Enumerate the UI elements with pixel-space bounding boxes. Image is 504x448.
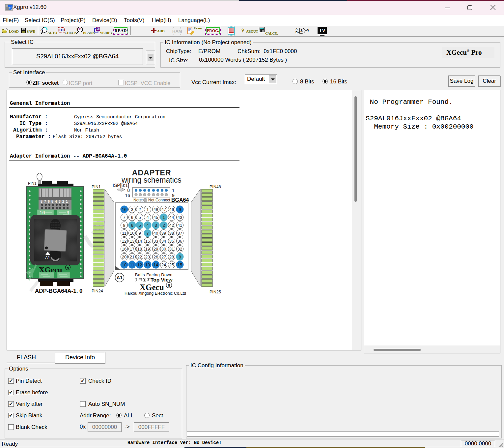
- svg-text:20: 20: [122, 254, 126, 259]
- svg-text:PIN25: PIN25: [210, 290, 221, 294]
- svg-text:16: 16: [125, 193, 130, 198]
- svg-text:?: ?: [241, 27, 244, 34]
- svg-text:10: 10: [130, 231, 134, 236]
- svg-text:11: 11: [130, 262, 134, 267]
- svg-text:1: 1: [66, 199, 68, 203]
- svg-text:16: 16: [40, 210, 45, 215]
- svg-text:1: 1: [172, 188, 175, 193]
- svg-text:32: 32: [178, 247, 182, 252]
- svg-text:36: 36: [178, 239, 182, 244]
- svg-text:R: R: [67, 266, 69, 269]
- svg-text:41: 41: [178, 223, 182, 228]
- svg-text:A1: A1: [117, 275, 123, 280]
- svg-text:3: 3: [154, 223, 157, 228]
- svg-text:3: 3: [59, 199, 61, 203]
- svg-text:A: A: [295, 27, 298, 31]
- svg-text:XGecu: XGecu: [140, 283, 164, 292]
- svg-text:31: 31: [169, 247, 174, 252]
- svg-text:2: 2: [62, 199, 64, 203]
- svg-text:27: 27: [161, 254, 166, 259]
- svg-text:7: 7: [123, 215, 125, 220]
- svg-text:6: 6: [131, 215, 133, 220]
- svg-text:48: 48: [154, 207, 158, 212]
- svg-text:12: 12: [137, 262, 142, 267]
- svg-text:13: 13: [130, 239, 134, 244]
- svg-text:46: 46: [169, 207, 174, 212]
- svg-text:4: 4: [146, 223, 149, 228]
- svg-text:26: 26: [154, 254, 158, 259]
- svg-text:PIN24: PIN24: [92, 289, 103, 293]
- svg-text:23: 23: [145, 254, 150, 259]
- svg-text:44: 44: [169, 215, 174, 220]
- svg-text:4: 4: [146, 215, 149, 220]
- svg-text:16: 16: [122, 247, 126, 252]
- svg-text:33: 33: [154, 239, 158, 244]
- svg-text:2: 2: [162, 223, 165, 228]
- svg-text:28: 28: [169, 254, 174, 259]
- svg-text:7: 7: [146, 231, 149, 236]
- svg-text:R: R: [168, 284, 170, 287]
- svg-text:45: 45: [154, 215, 158, 220]
- svg-text:12: 12: [122, 239, 126, 244]
- svg-text:ADP-BGA64A-1. 0: ADP-BGA64A-1. 0: [35, 288, 83, 294]
- svg-text:37: 37: [178, 231, 182, 236]
- svg-text:1: 1: [146, 207, 149, 212]
- svg-text:5: 5: [138, 223, 141, 228]
- svg-text:8: 8: [127, 188, 130, 193]
- svg-text:30: 30: [161, 247, 166, 252]
- svg-text:35: 35: [169, 239, 174, 244]
- svg-text:8: 8: [41, 199, 42, 203]
- svg-text:Haikou Xingong Electronic Co,L: Haikou Xingong Electronic Co,Ltd: [125, 291, 186, 296]
- svg-text:6: 6: [48, 199, 50, 203]
- svg-text:15: 15: [145, 239, 150, 244]
- svg-text:Balls Facing Down: Balls Facing Down: [135, 273, 173, 277]
- svg-text:13: 13: [145, 262, 150, 267]
- svg-text:ID: ID: [59, 28, 64, 32]
- svg-text:42: 42: [169, 223, 174, 228]
- svg-text:25: 25: [169, 262, 174, 267]
- svg-text:8: 8: [179, 254, 181, 259]
- svg-text:43: 43: [178, 215, 182, 220]
- svg-text:BGA64: BGA64: [171, 197, 189, 203]
- svg-text:47: 47: [161, 207, 166, 212]
- svg-text:5: 5: [51, 199, 53, 203]
- svg-text:FF: FF: [76, 27, 81, 31]
- svg-text:19: 19: [145, 247, 150, 252]
- svg-text:17: 17: [130, 247, 134, 252]
- svg-text:&: &: [300, 29, 303, 33]
- svg-text:A1: A1: [45, 255, 50, 260]
- svg-text:PIN48: PIN48: [210, 185, 221, 189]
- svg-text:22: 22: [137, 254, 142, 259]
- svg-text:40: 40: [154, 231, 158, 236]
- svg-text:8: 8: [123, 223, 125, 228]
- svg-text:wiring schematics: wiring schematics: [121, 176, 182, 184]
- svg-text:6: 6: [131, 223, 133, 228]
- svg-text:34: 34: [161, 239, 166, 244]
- svg-text:21: 21: [130, 254, 134, 259]
- svg-text:Y: Y: [307, 29, 309, 33]
- svg-text:24: 24: [161, 262, 166, 267]
- svg-text:29: 29: [154, 247, 158, 252]
- svg-text:15: 15: [178, 262, 182, 267]
- svg-text:9: 9: [138, 231, 141, 236]
- svg-text:RAM: RAM: [172, 29, 182, 34]
- svg-text:ISP[8:1]: ISP[8:1]: [113, 183, 129, 188]
- svg-text:1: 1: [162, 215, 165, 220]
- svg-text:A: A: [40, 27, 43, 32]
- svg-text:7: 7: [44, 199, 46, 203]
- svg-text:Note:: Note:: [133, 198, 143, 202]
- svg-text:3: 3: [131, 207, 133, 212]
- svg-text:14: 14: [154, 262, 158, 267]
- svg-text:9: 9: [67, 210, 69, 215]
- svg-text:PIN1: PIN1: [28, 181, 37, 185]
- svg-text:18: 18: [137, 247, 142, 252]
- svg-text:10: 10: [122, 262, 126, 267]
- svg-text:B: B: [295, 31, 298, 34]
- svg-text:11: 11: [122, 231, 126, 236]
- svg-text:16: 16: [122, 207, 126, 212]
- svg-text:9: 9: [179, 207, 181, 212]
- svg-text:Top View: Top View: [151, 277, 173, 283]
- svg-text:4: 4: [55, 199, 57, 203]
- svg-text:PIN1: PIN1: [92, 185, 101, 189]
- svg-text:2: 2: [138, 207, 141, 212]
